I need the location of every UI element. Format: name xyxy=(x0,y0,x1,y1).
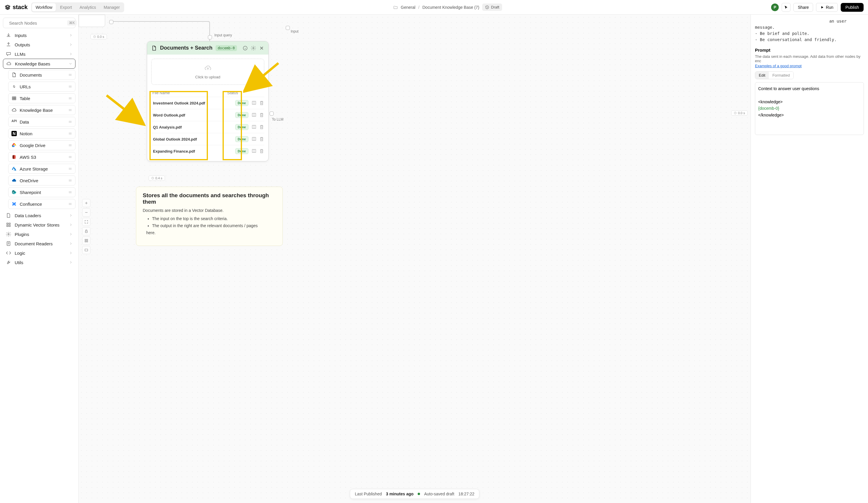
kb-item-google-drive[interactable]: Google Drive xyxy=(8,140,75,150)
kb-item-urls[interactable]: URLs xyxy=(8,82,75,92)
canvas-controls xyxy=(82,199,91,254)
file-row: Q1 Analysis.pdf Done xyxy=(151,121,264,133)
textarea-node[interactable] xyxy=(79,15,105,27)
prompt-tab-formatted[interactable]: Formatted xyxy=(769,72,793,79)
onedrive-icon xyxy=(11,178,17,183)
doc-icon xyxy=(151,45,157,51)
doc-icon xyxy=(6,213,11,218)
trash-icon[interactable] xyxy=(259,136,264,142)
kb-item-data[interactable]: API Data xyxy=(8,117,75,127)
port-out-docs[interactable] xyxy=(270,112,274,116)
sidebar-group-plugins[interactable]: Plugins xyxy=(3,230,75,239)
file-name: Global Outlook 2024.pdf xyxy=(151,137,232,142)
cursor-mode-button[interactable] xyxy=(782,3,790,12)
sidebar-group-utils[interactable]: Utils xyxy=(3,258,75,267)
sidebar-group-llms[interactable]: LLMs xyxy=(3,49,75,59)
chevron-right-icon xyxy=(69,251,73,255)
zoom-in-button[interactable] xyxy=(82,199,91,207)
run-button[interactable]: Run xyxy=(816,3,838,12)
kb-item-table[interactable]: Table xyxy=(8,93,75,103)
trash-icon[interactable] xyxy=(259,101,264,106)
status-badge: Done xyxy=(235,112,249,118)
tab-analytics[interactable]: Analytics xyxy=(76,3,100,11)
prompt-sub: The data sent in each message. Add data … xyxy=(755,54,864,63)
sidebar-group-data-loaders[interactable]: Data Loaders xyxy=(3,211,75,220)
book-icon[interactable] xyxy=(251,124,257,130)
doc-icon xyxy=(11,72,17,77)
chat-icon xyxy=(6,51,11,57)
tab-export[interactable]: Export xyxy=(56,3,75,11)
reader-icon xyxy=(6,241,11,246)
topbar: stack Workflow Export Analytics Manager … xyxy=(0,0,868,15)
port-out-textarea[interactable] xyxy=(109,20,113,24)
kb-item-sharepoint[interactable]: S Sharepoint xyxy=(8,187,75,197)
prompt-tab-edit[interactable]: Edit xyxy=(755,72,769,79)
port-input-rpanel[interactable] xyxy=(286,26,290,30)
search-box[interactable]: ⌘K xyxy=(3,18,75,28)
drag-icon xyxy=(68,84,72,88)
book-icon[interactable] xyxy=(251,101,257,106)
svg-rect-23 xyxy=(86,241,88,242)
drag-icon xyxy=(68,167,72,171)
kb-item-notion[interactable]: N Notion xyxy=(8,128,75,138)
sidebar-group-dynamic-vector-stores[interactable]: Dynamic Vector Stores xyxy=(3,220,75,230)
lock-button[interactable] xyxy=(82,227,91,235)
kb-item-documents[interactable]: Documents xyxy=(8,70,75,80)
prompt-editor[interactable]: Context to answer user questions <knowle… xyxy=(755,82,864,135)
crumb-document[interactable]: Document Knowledge Base (7) xyxy=(423,5,479,10)
close-icon[interactable] xyxy=(259,45,264,51)
documents-node[interactable]: Documents + Search docemb-0 Click to upl… xyxy=(147,41,269,161)
chevron-right-icon xyxy=(69,214,73,217)
zoom-out-button[interactable] xyxy=(82,208,91,217)
prompt-examples-link[interactable]: Examples of a good prompt xyxy=(755,64,802,68)
logo[interactable]: stack xyxy=(4,4,28,11)
kb-item-azure[interactable]: Azure Storage xyxy=(8,164,75,174)
code-icon xyxy=(6,250,11,255)
fit-button[interactable] xyxy=(82,218,91,226)
trash-icon[interactable] xyxy=(259,124,264,130)
statusbar: Last Published 3 minutes ago Auto-saved … xyxy=(350,489,479,499)
search-input[interactable] xyxy=(9,21,65,25)
notion-icon: N xyxy=(11,131,17,136)
tab-workflow[interactable]: Workflow xyxy=(32,3,56,11)
kb-item-onedrive[interactable]: OneDrive xyxy=(8,176,75,186)
crumb-folder[interactable]: General xyxy=(401,5,415,10)
avatar[interactable]: P xyxy=(771,3,779,11)
trash-icon[interactable] xyxy=(259,148,264,154)
tab-manager[interactable]: Manager xyxy=(100,3,123,11)
book-icon[interactable] xyxy=(251,148,257,154)
cloud-upload-icon xyxy=(204,64,212,72)
book-icon[interactable] xyxy=(251,136,257,142)
port-branch[interactable] xyxy=(208,35,212,39)
drag-icon xyxy=(68,155,72,159)
sidebar-group-outputs[interactable]: Outputs xyxy=(3,40,75,49)
time-badge-right: 0.0 s xyxy=(731,110,747,116)
topbar-right: P Share Run Publish xyxy=(771,3,864,12)
book-icon[interactable] xyxy=(251,112,257,118)
prompt-heading: Prompt xyxy=(755,48,864,53)
drag-icon xyxy=(68,143,72,147)
kb-item-confluence[interactable]: Confluence xyxy=(8,199,75,209)
documents-title: Documents + Search xyxy=(160,45,213,51)
svg-text:S: S xyxy=(13,191,14,193)
documents-id-badge: docemb-0 xyxy=(216,45,237,51)
map-button[interactable] xyxy=(82,246,91,254)
publish-button[interactable]: Publish xyxy=(841,3,864,12)
gear-icon[interactable] xyxy=(251,45,256,51)
trash-icon[interactable] xyxy=(259,112,264,118)
sidebar-group-knowledge-bases[interactable]: Knowledge Bases xyxy=(3,59,75,69)
upload-zone[interactable]: Click to upload xyxy=(151,59,264,85)
kb-item-aws-s3[interactable]: AWS S3 xyxy=(8,152,75,162)
sidebar-group-logic[interactable]: Logic xyxy=(3,248,75,258)
kb-item-knowledge-base[interactable]: Knowledge Base xyxy=(8,105,75,115)
chevron-right-icon xyxy=(69,242,73,245)
drag-icon xyxy=(68,73,72,77)
logo-text: stack xyxy=(13,4,28,11)
info-icon[interactable] xyxy=(242,45,248,51)
grid-button[interactable] xyxy=(82,237,91,245)
sidebar-group-inputs[interactable]: Inputs xyxy=(3,31,75,40)
share-button[interactable]: Share xyxy=(793,3,813,12)
file-name: Investment Outlook 2024.pdf xyxy=(151,101,232,105)
sidebar-group-document-readers[interactable]: Document Readers xyxy=(3,239,75,248)
canvas[interactable]: 0.0 s Input query Input To LLM Documents… xyxy=(79,15,751,503)
